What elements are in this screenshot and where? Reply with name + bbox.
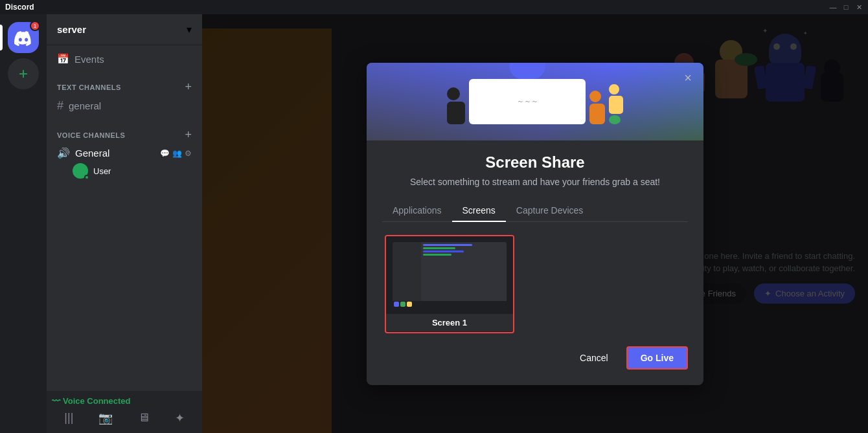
screen-label-1: Screen 1: [386, 314, 513, 331]
voice-deafen-button[interactable]: |||: [64, 411, 73, 425]
thumb-line-4: [423, 254, 451, 256]
active-indicator: [0, 25, 3, 50]
taskbar-item-1: [394, 302, 399, 307]
app-window: Discord — □ ✕ 1 +: [0, 0, 868, 433]
voice-controls: ||| 📷 🖥 ✦: [52, 406, 197, 428]
illus-char-left: [447, 87, 465, 124]
close-button[interactable]: ✕: [855, 3, 863, 11]
app-title: Discord: [5, 3, 34, 12]
thumb-sidebar: [393, 242, 421, 308]
taskbar-item-2: [400, 302, 405, 307]
voice-channel-name: General: [75, 148, 109, 159]
server-dropdown-icon: ▾: [187, 23, 192, 36]
modal-body: Screen Share Select something to stream …: [367, 140, 703, 336]
speaker-icon: 🔊: [57, 147, 70, 159]
events-label: Events: [74, 54, 104, 65]
voice-channel-invite-icon[interactable]: 👥: [172, 149, 182, 158]
add-voice-channel-button[interactable]: +: [185, 128, 192, 142]
hash-icon: #: [57, 99, 63, 113]
modal-close-button[interactable]: ×: [680, 71, 696, 86]
voice-connected-status: 〰 Voice Connected: [52, 396, 197, 406]
maximize-button[interactable]: □: [842, 3, 850, 11]
channel-sidebar-content: 📅 Events TEXT CHANNELS + # general: [47, 45, 202, 391]
events-item[interactable]: 📅 Events: [52, 50, 197, 67]
thumb-content: [421, 242, 507, 308]
thumb-taskbar: [393, 301, 507, 307]
modal-subtitle: Select something to stream and have your…: [382, 177, 688, 187]
calendar-icon: 📅: [57, 53, 69, 65]
home-icon-button[interactable]: 1: [8, 22, 39, 53]
screen-share-modal: ✦ ✦ ～～～: [367, 63, 703, 385]
modal-overlay: ✦ ✦ ～～～: [202, 14, 868, 433]
text-channels-header: TEXT CHANNELS +: [52, 80, 197, 94]
text-channels-section: TEXT CHANNELS + # general: [47, 70, 202, 118]
close-icon: ×: [684, 71, 692, 85]
modal-illustration-content: ✦ ✦ ～～～: [447, 79, 623, 124]
voice-wave-icon: 〰: [52, 396, 60, 406]
voice-channel-actions: 💬 👥 ⚙: [160, 149, 192, 158]
illus-char-far-right: [609, 84, 623, 124]
voice-connected-bar: 〰 Voice Connected ||| 📷 🖥 ✦: [47, 391, 202, 433]
text-channels-title: TEXT CHANNELS: [57, 83, 121, 91]
voice-channels-title: VOICE CHANNELS: [57, 131, 125, 139]
add-server-button[interactable]: +: [8, 58, 39, 89]
server-sidebar: 1 +: [0, 14, 47, 433]
modal-illustration: ✦ ✦ ～～～: [367, 63, 703, 140]
general-channel[interactable]: # general: [52, 96, 197, 115]
minimize-button[interactable]: —: [829, 3, 837, 11]
general-voice-channel[interactable]: 🔊 General 💬 👥 ⚙: [52, 144, 197, 162]
voice-channel-settings-icon[interactable]: ⚙: [185, 149, 192, 158]
tab-screens[interactable]: Screens: [452, 200, 506, 222]
screen-thumbnail-1: [386, 236, 513, 314]
cancel-button[interactable]: Cancel: [569, 348, 619, 368]
illus-char-right: [589, 91, 605, 124]
add-text-channel-button[interactable]: +: [185, 80, 192, 94]
modal-title: Screen Share: [382, 153, 688, 172]
taskbar-item-3: [407, 302, 412, 307]
channel-sidebar: server ▾ 📅 Events TEXT CHANNELS + #: [47, 14, 202, 433]
thumb-line-2: [423, 247, 456, 249]
tab-capture-devices[interactable]: Capture Devices: [506, 200, 594, 222]
thumb-mock: [393, 242, 507, 308]
main-layout: 1 + server ▾ 📅 Events: [0, 14, 868, 433]
screen-grid: Screen 1: [382, 232, 688, 336]
thumb-line-1: [423, 244, 472, 246]
voice-channels-header: VOICE CHANNELS +: [52, 128, 197, 142]
illus-robot: ✦ ✦: [510, 63, 545, 79]
voice-channels-section: VOICE CHANNELS + 🔊 General 💬 👥 ⚙: [47, 118, 202, 183]
main-content: e the only one here. Invite a friend to …: [202, 14, 868, 433]
server-name: server: [57, 24, 86, 35]
server-header[interactable]: server ▾: [47, 14, 202, 45]
title-bar: Discord — □ ✕: [0, 0, 868, 14]
title-bar-controls: — □ ✕: [829, 3, 863, 11]
voice-stream-button[interactable]: 🖥: [138, 411, 150, 425]
illus-platform-content: ～～～: [517, 96, 538, 106]
voice-channel-chat-icon[interactable]: 💬: [160, 149, 170, 158]
tab-applications[interactable]: Applications: [382, 200, 452, 222]
channel-name: general: [69, 100, 101, 111]
voice-user-item: User: [52, 162, 197, 180]
screen-item-1[interactable]: Screen 1: [385, 235, 514, 333]
voice-activity-button[interactable]: ✦: [175, 411, 185, 425]
go-live-button[interactable]: Go Live: [626, 346, 688, 370]
voice-username: User: [93, 166, 111, 176]
voice-video-button[interactable]: 📷: [98, 411, 113, 425]
online-status: [84, 175, 89, 180]
thumb-line-3: [423, 250, 464, 252]
voice-connected-label: Voice Connected: [63, 396, 131, 406]
modal-tabs: Applications Screens Capture Devices: [382, 200, 688, 222]
voice-user-avatar: [73, 163, 88, 179]
home-server-wrapper: 1: [8, 22, 39, 53]
server-badge: 1: [30, 21, 40, 31]
illus-platform: ✦ ✦ ～～～: [469, 79, 586, 124]
screen-thumb-inner: [386, 236, 513, 314]
modal-footer: Cancel Go Live: [367, 336, 703, 370]
